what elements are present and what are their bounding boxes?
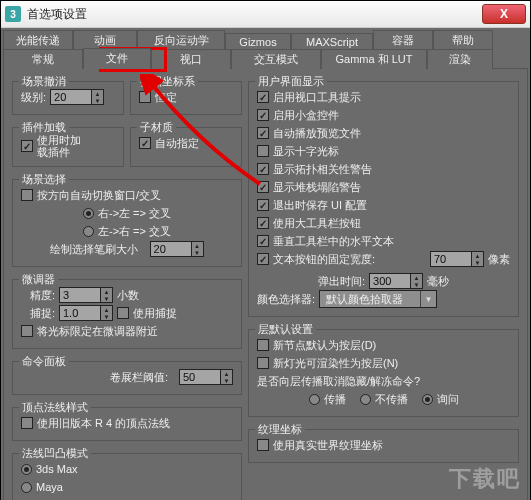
uid-lbl-5: 显示堆栈塌陷警告 <box>273 180 361 195</box>
ld-a-label: 新节点默认为按层(D) <box>273 338 376 353</box>
tab2-5[interactable]: 渲染 <box>427 49 493 69</box>
tab-5[interactable]: 容器 <box>373 30 433 50</box>
onuse-checkbox[interactable] <box>21 140 33 152</box>
rtol-label: 右->左 => 交叉 <box>98 206 171 221</box>
uid-cb-0[interactable] <box>257 91 269 103</box>
grp-title: 用户界面显示 <box>255 74 327 89</box>
brush-spinner[interactable]: ▲▼ <box>150 241 204 257</box>
onuse-label: 使用时加 载插件 <box>37 134 81 158</box>
grp-layer-defaults: 层默认设置 新节点默认为按层(D) 新灯光可渲染性为按层(N) 是否向层传播取消… <box>248 329 519 417</box>
snap-input[interactable] <box>60 306 100 320</box>
auto-switch-label: 按方向自动切换窗口/交叉 <box>37 188 161 203</box>
ms-unit: 毫秒 <box>427 274 449 289</box>
grp-title: 层默认设置 <box>255 322 316 337</box>
uid-cb-2[interactable] <box>257 127 269 139</box>
brush-input[interactable] <box>151 242 191 256</box>
level-input[interactable] <box>51 90 91 104</box>
snap-spinner[interactable]: ▲▼ <box>59 305 113 321</box>
close-button[interactable]: X <box>482 4 526 24</box>
tab-2[interactable]: 反向运动学 <box>137 30 225 50</box>
auto-label: 自动指定 <box>155 136 199 151</box>
uid-lbl-3: 显示十字光标 <box>273 144 339 159</box>
grp-title: 场景选择 <box>19 172 69 187</box>
picker-label: 颜色选择器: <box>257 292 315 307</box>
old-checkbox[interactable] <box>21 417 33 429</box>
prec-unit: 小数 <box>117 288 139 303</box>
ld-b-checkbox[interactable] <box>257 357 269 369</box>
use-snap-checkbox[interactable] <box>117 307 129 319</box>
picker-dropdown[interactable]: 默认颜色拾取器▼ <box>319 290 437 308</box>
uid-cb-6[interactable] <box>257 199 269 211</box>
uid-cb-8[interactable] <box>257 235 269 247</box>
uid-cb-7[interactable] <box>257 217 269 229</box>
uid-lbl-4: 显示拓扑相关性警告 <box>273 162 372 177</box>
tab-3[interactable]: Gizmos <box>225 33 291 50</box>
grp-scene-undo: 场景撤消 级别: ▲▼ <box>12 81 124 115</box>
flyout-input[interactable] <box>370 274 410 288</box>
old-label: 使用旧版本 R 4 的顶点法线 <box>37 416 170 431</box>
grp-vertex-normal: 顶点法线样式 使用旧版本 R 4 的顶点法线 <box>12 407 242 441</box>
roll-label: 卷展栏阈值: <box>110 370 168 385</box>
rb-maya-label: Maya <box>36 481 63 493</box>
ld-b-label: 新灯光可渲染性为按层(N) <box>273 356 398 371</box>
constant-label: 恒定 <box>155 90 177 105</box>
tab-panel: 场景撤消 级别: ▲▼ 参照坐标系 恒定 插件加载 使用时加 载插件 <box>3 68 528 500</box>
lock-cursor-checkbox[interactable] <box>21 325 33 337</box>
grp-submat: 子材质 自动指定 <box>130 127 242 167</box>
uid-cb-4[interactable] <box>257 163 269 175</box>
fixedw-input[interactable] <box>431 252 471 266</box>
grp-title: 微调器 <box>19 272 58 287</box>
fixedw-spinner[interactable]: ▲▼ <box>430 251 484 267</box>
tab2-2[interactable]: 视口 <box>151 49 231 69</box>
picker-value: 默认颜色拾取器 <box>320 291 420 307</box>
tex-label: 使用真实世界纹理坐标 <box>273 438 383 453</box>
flyout-spinner[interactable]: ▲▼ <box>369 273 423 289</box>
ld-q-label: 是否向层传播取消隐藏/解冻命令? <box>257 374 420 389</box>
auto-switch-checkbox[interactable] <box>21 189 33 201</box>
rb-maya[interactable] <box>21 482 32 493</box>
auto-checkbox[interactable] <box>139 137 151 149</box>
rtol-radio[interactable] <box>83 208 94 219</box>
uid-lbl-9: 文本按钮的固定宽度: <box>273 252 375 267</box>
uid-cb-5[interactable] <box>257 181 269 193</box>
rb-3dsmax[interactable] <box>21 464 32 475</box>
tab2-4[interactable]: Gamma 和 LUT <box>321 49 427 69</box>
prop-radio[interactable] <box>309 394 320 405</box>
noprop-radio[interactable] <box>360 394 371 405</box>
tab2-0[interactable]: 常规 <box>3 49 83 69</box>
uid-cb-3[interactable] <box>257 145 269 157</box>
grp-tex-coord: 纹理坐标 使用真实世界纹理坐标 <box>248 429 519 463</box>
level-spinner[interactable]: ▲▼ <box>50 89 104 105</box>
roll-spinner[interactable]: ▲▼ <box>179 369 233 385</box>
ld-a-checkbox[interactable] <box>257 339 269 351</box>
ltor-radio[interactable] <box>83 226 94 237</box>
tab-row-1: 光能传递动画反向运动学GizmosMAXScript容器帮助 <box>3 30 528 50</box>
rb-3dsmax-label: 3ds Max <box>36 463 78 475</box>
constant-checkbox[interactable] <box>139 91 151 103</box>
tab-1[interactable]: 动画 <box>73 30 137 50</box>
left-column: 场景撤消 级别: ▲▼ 参照坐标系 恒定 插件加载 使用时加 载插件 <box>12 75 242 500</box>
ask-radio[interactable] <box>422 394 433 405</box>
prec-spinner[interactable]: ▲▼ <box>59 287 113 303</box>
grp-title: 场景撤消 <box>19 74 69 89</box>
use-snap-label: 使用捕捉 <box>133 306 177 321</box>
tab-0[interactable]: 光能传递 <box>3 30 73 50</box>
uid-cb-9[interactable] <box>257 253 269 265</box>
grp-title: 命令面板 <box>19 354 69 369</box>
tab-4[interactable]: MAXScript <box>291 33 373 50</box>
prec-input[interactable] <box>60 288 100 302</box>
ask-label: 询问 <box>437 392 459 407</box>
preferences-window: 3 首选项设置 X 光能传递动画反向运动学GizmosMAXScript容器帮助… <box>0 0 531 500</box>
brush-label: 绘制选择笔刷大小 <box>50 242 138 257</box>
grp-title: 子材质 <box>137 120 176 135</box>
grp-title: 插件加载 <box>19 120 69 135</box>
tab2-1[interactable]: 文件 <box>83 48 151 69</box>
tex-checkbox[interactable] <box>257 439 269 451</box>
chevron-down-icon: ▼ <box>420 291 436 307</box>
titlebar: 3 首选项设置 X <box>1 1 530 28</box>
prop-label: 传播 <box>324 392 346 407</box>
roll-input[interactable] <box>180 370 220 384</box>
uid-cb-1[interactable] <box>257 109 269 121</box>
tab2-3[interactable]: 交互模式 <box>231 49 321 69</box>
tab-6[interactable]: 帮助 <box>433 30 493 50</box>
